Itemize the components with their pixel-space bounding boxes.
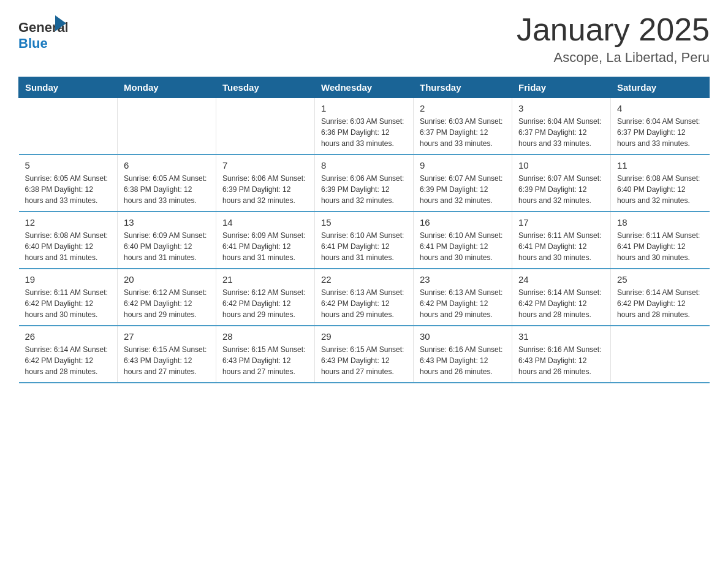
table-row: 12Sunrise: 6:08 AM Sunset: 6:40 PM Dayli…: [19, 212, 118, 269]
table-row: 13Sunrise: 6:09 AM Sunset: 6:40 PM Dayli…: [118, 212, 216, 269]
day-info: Sunrise: 6:15 AM Sunset: 6:43 PM Dayligh…: [321, 344, 407, 377]
day-info: Sunrise: 6:15 AM Sunset: 6:43 PM Dayligh…: [124, 344, 210, 377]
day-info: Sunrise: 6:16 AM Sunset: 6:43 PM Dayligh…: [420, 344, 506, 377]
day-info: Sunrise: 6:12 AM Sunset: 6:42 PM Dayligh…: [124, 287, 210, 320]
day-info: Sunrise: 6:16 AM Sunset: 6:43 PM Dayligh…: [518, 344, 604, 377]
day-info: Sunrise: 6:05 AM Sunset: 6:38 PM Dayligh…: [25, 173, 112, 206]
day-number: 9: [420, 160, 506, 170]
page-subtitle: Ascope, La Libertad, Peru: [517, 50, 710, 66]
table-row: 7Sunrise: 6:06 AM Sunset: 6:39 PM Daylig…: [216, 155, 315, 212]
day-info: Sunrise: 6:13 AM Sunset: 6:42 PM Dayligh…: [321, 287, 407, 320]
logo: General Blue: [18, 12, 67, 52]
table-row: 21Sunrise: 6:12 AM Sunset: 6:42 PM Dayli…: [216, 269, 315, 326]
table-row: 26Sunrise: 6:14 AM Sunset: 6:42 PM Dayli…: [19, 326, 118, 383]
day-number: 27: [124, 331, 210, 342]
day-info: Sunrise: 6:10 AM Sunset: 6:41 PM Dayligh…: [420, 230, 506, 263]
day-info: Sunrise: 6:13 AM Sunset: 6:42 PM Dayligh…: [420, 287, 506, 320]
day-number: 29: [321, 331, 407, 342]
calendar-week-row: 19Sunrise: 6:11 AM Sunset: 6:42 PM Dayli…: [19, 269, 710, 326]
col-sunday: Sunday: [19, 77, 118, 98]
table-row: 15Sunrise: 6:10 AM Sunset: 6:41 PM Dayli…: [315, 212, 414, 269]
col-friday: Friday: [512, 77, 611, 98]
day-info: Sunrise: 6:09 AM Sunset: 6:40 PM Dayligh…: [124, 230, 210, 263]
svg-text:Blue: Blue: [18, 36, 48, 51]
day-info: Sunrise: 6:07 AM Sunset: 6:39 PM Dayligh…: [518, 173, 604, 206]
day-number: 12: [25, 217, 112, 228]
col-tuesday: Tuesday: [216, 77, 315, 98]
table-row: 24Sunrise: 6:14 AM Sunset: 6:42 PM Dayli…: [512, 269, 611, 326]
table-row: 10Sunrise: 6:07 AM Sunset: 6:39 PM Dayli…: [512, 155, 611, 212]
table-row: 25Sunrise: 6:14 AM Sunset: 6:42 PM Dayli…: [611, 269, 710, 326]
day-number: 11: [617, 160, 703, 170]
day-info: Sunrise: 6:07 AM Sunset: 6:39 PM Dayligh…: [420, 173, 506, 206]
day-number: 5: [25, 160, 112, 170]
title-block: January 2025 Ascope, La Libertad, Peru: [517, 12, 710, 66]
day-info: Sunrise: 6:15 AM Sunset: 6:43 PM Dayligh…: [222, 344, 308, 377]
calendar-week-row: 12Sunrise: 6:08 AM Sunset: 6:40 PM Dayli…: [19, 212, 710, 269]
day-info: Sunrise: 6:08 AM Sunset: 6:40 PM Dayligh…: [617, 173, 703, 206]
table-row: 3Sunrise: 6:04 AM Sunset: 6:37 PM Daylig…: [512, 98, 611, 155]
table-row: [19, 98, 118, 155]
table-row: 31Sunrise: 6:16 AM Sunset: 6:43 PM Dayli…: [512, 326, 611, 383]
table-row: 18Sunrise: 6:11 AM Sunset: 6:41 PM Dayli…: [611, 212, 710, 269]
page-header: General Blue January 2025 Ascope, La Lib…: [18, 12, 710, 66]
day-number: 4: [617, 103, 703, 113]
day-number: 7: [222, 160, 308, 170]
logo-svg: General Blue: [18, 12, 67, 52]
day-info: Sunrise: 6:03 AM Sunset: 6:36 PM Dayligh…: [321, 116, 407, 149]
day-number: 13: [124, 217, 210, 228]
day-number: 20: [124, 274, 210, 285]
day-number: 24: [518, 274, 604, 285]
table-row: 11Sunrise: 6:08 AM Sunset: 6:40 PM Dayli…: [611, 155, 710, 212]
day-number: 30: [420, 331, 506, 342]
day-number: 14: [222, 217, 308, 228]
day-number: 8: [321, 160, 407, 170]
table-row: 17Sunrise: 6:11 AM Sunset: 6:41 PM Dayli…: [512, 212, 611, 269]
table-row: [611, 326, 710, 383]
table-row: 30Sunrise: 6:16 AM Sunset: 6:43 PM Dayli…: [414, 326, 512, 383]
page-title: January 2025: [517, 12, 710, 47]
table-row: 5Sunrise: 6:05 AM Sunset: 6:38 PM Daylig…: [19, 155, 118, 212]
day-number: 1: [321, 103, 407, 113]
day-info: Sunrise: 6:11 AM Sunset: 6:41 PM Dayligh…: [617, 230, 703, 263]
calendar-week-row: 1Sunrise: 6:03 AM Sunset: 6:36 PM Daylig…: [19, 98, 710, 155]
day-info: Sunrise: 6:04 AM Sunset: 6:37 PM Dayligh…: [617, 116, 703, 149]
day-number: 15: [321, 217, 407, 228]
col-thursday: Thursday: [414, 77, 512, 98]
day-number: 18: [617, 217, 703, 228]
table-row: 6Sunrise: 6:05 AM Sunset: 6:38 PM Daylig…: [118, 155, 216, 212]
table-row: [118, 98, 216, 155]
day-info: Sunrise: 6:03 AM Sunset: 6:37 PM Dayligh…: [420, 116, 506, 149]
calendar-week-row: 26Sunrise: 6:14 AM Sunset: 6:42 PM Dayli…: [19, 326, 710, 383]
day-number: 22: [321, 274, 407, 285]
table-row: 29Sunrise: 6:15 AM Sunset: 6:43 PM Dayli…: [315, 326, 414, 383]
day-info: Sunrise: 6:14 AM Sunset: 6:42 PM Dayligh…: [25, 344, 112, 377]
day-info: Sunrise: 6:04 AM Sunset: 6:37 PM Dayligh…: [518, 116, 604, 149]
day-info: Sunrise: 6:06 AM Sunset: 6:39 PM Dayligh…: [222, 173, 308, 206]
table-row: 23Sunrise: 6:13 AM Sunset: 6:42 PM Dayli…: [414, 269, 512, 326]
table-row: 20Sunrise: 6:12 AM Sunset: 6:42 PM Dayli…: [118, 269, 216, 326]
calendar-header-row: Sunday Monday Tuesday Wednesday Thursday…: [19, 77, 710, 98]
day-info: Sunrise: 6:08 AM Sunset: 6:40 PM Dayligh…: [25, 230, 112, 263]
day-number: 25: [617, 274, 703, 285]
table-row: 8Sunrise: 6:06 AM Sunset: 6:39 PM Daylig…: [315, 155, 414, 212]
table-row: [216, 98, 315, 155]
day-number: 26: [25, 331, 112, 342]
calendar-table: Sunday Monday Tuesday Wednesday Thursday…: [18, 77, 710, 383]
day-info: Sunrise: 6:11 AM Sunset: 6:41 PM Dayligh…: [518, 230, 604, 263]
day-number: 23: [420, 274, 506, 285]
table-row: 4Sunrise: 6:04 AM Sunset: 6:37 PM Daylig…: [611, 98, 710, 155]
col-saturday: Saturday: [611, 77, 710, 98]
day-info: Sunrise: 6:10 AM Sunset: 6:41 PM Dayligh…: [321, 230, 407, 263]
col-wednesday: Wednesday: [315, 77, 414, 98]
table-row: 27Sunrise: 6:15 AM Sunset: 6:43 PM Dayli…: [118, 326, 216, 383]
day-info: Sunrise: 6:11 AM Sunset: 6:42 PM Dayligh…: [25, 287, 112, 320]
table-row: 1Sunrise: 6:03 AM Sunset: 6:36 PM Daylig…: [315, 98, 414, 155]
table-row: 19Sunrise: 6:11 AM Sunset: 6:42 PM Dayli…: [19, 269, 118, 326]
calendar-week-row: 5Sunrise: 6:05 AM Sunset: 6:38 PM Daylig…: [19, 155, 710, 212]
day-number: 3: [518, 103, 604, 113]
day-number: 28: [222, 331, 308, 342]
table-row: 14Sunrise: 6:09 AM Sunset: 6:41 PM Dayli…: [216, 212, 315, 269]
table-row: 22Sunrise: 6:13 AM Sunset: 6:42 PM Dayli…: [315, 269, 414, 326]
col-monday: Monday: [118, 77, 216, 98]
